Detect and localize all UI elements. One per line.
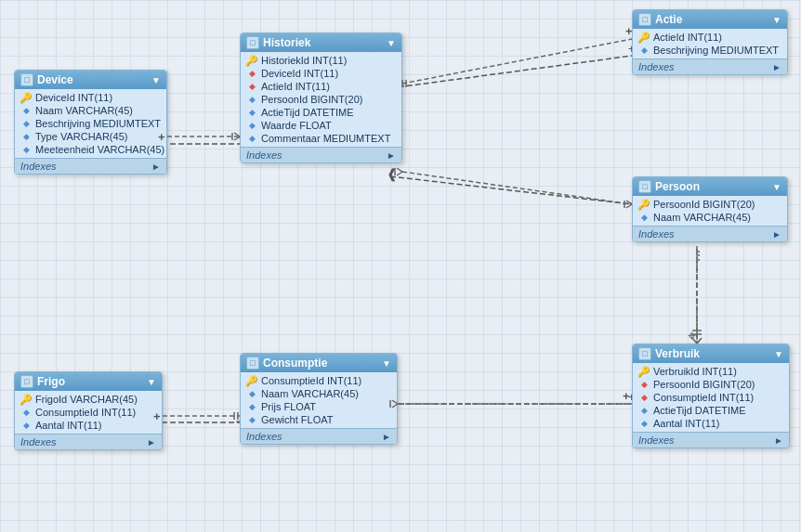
key-icon: 🔑 xyxy=(638,366,650,377)
field-row: ◆PersoonId BIGINT(20) xyxy=(633,378,789,391)
consumptie-fields: 🔑ConsumptieId INT(11) ◆Naam VARCHAR(45) … xyxy=(241,372,397,428)
diamond-icon: ◆ xyxy=(246,94,257,105)
device-fields: 🔑DeviceId INT(11) ◆Naam VARCHAR(45) ◆Bes… xyxy=(15,89,166,158)
table-device-header: □ Device ▼ xyxy=(15,71,166,89)
table-consumptie-header: □ Consumptie ▼ xyxy=(241,354,397,372)
table-historiek[interactable]: □ Historiek ▼ 🔑HistoriekId INT(11) ◆Devi… xyxy=(240,32,402,163)
table-actie-header: □ Actie ▼ xyxy=(633,10,787,29)
table-frigo-header: □ Frigo ▼ xyxy=(15,372,162,391)
table-persoon-header: □ Persoon ▼ xyxy=(633,177,787,196)
key-icon: 🔑 xyxy=(246,375,257,386)
actie-title: Actie xyxy=(655,13,682,26)
field-row: ◆ActieTijd DATETIME xyxy=(633,404,789,417)
table-frigo[interactable]: □ Frigo ▼ 🔑FrigoId VARCHAR(45) ◆Consumpt… xyxy=(14,371,163,450)
table-consumptie[interactable]: □ Consumptie ▼ 🔑ConsumptieId INT(11) ◆Na… xyxy=(240,353,398,445)
key-icon: 🔑 xyxy=(20,92,32,103)
field-row: ◆ConsumptieId INT(11) xyxy=(15,406,162,419)
field-row: ◆Naam VARCHAR(45) xyxy=(241,387,397,400)
historiek-title: Historiek xyxy=(263,36,310,49)
table-verbruik-header: □ Verbruik ▼ xyxy=(633,344,789,363)
indexes-arrow: ► xyxy=(147,437,156,448)
device-indexes[interactable]: Indexes ► xyxy=(15,158,166,174)
actie-dropdown[interactable]: ▼ xyxy=(772,15,781,25)
field-row: 🔑DeviceId INT(11) xyxy=(15,91,166,104)
field-row: ◆Prijs FLOAT xyxy=(241,400,397,413)
table-device[interactable]: □ Device ▼ 🔑DeviceId INT(11) ◆Naam VARCH… xyxy=(14,70,167,175)
diagram-canvas: + ❰ + ❰ ⎯ ⋮ ⌖ + ⎯ ❰ + □ Device ▼ 🔑Device… xyxy=(0,0,801,532)
frigo-dropdown[interactable]: ▼ xyxy=(147,377,156,387)
svg-text:⌖: ⌖ xyxy=(688,328,696,344)
indexes-arrow: ► xyxy=(774,435,783,446)
field-row: ◆Gewicht FLOAT xyxy=(241,413,397,426)
verbruik-fields: 🔑VerbruikId INT(11) ◆PersoonId BIGINT(20… xyxy=(633,363,789,432)
device-dropdown[interactable]: ▼ xyxy=(151,75,161,85)
diamond-icon: ◆ xyxy=(638,418,650,429)
diamond-icon: ◆ xyxy=(246,388,257,399)
field-row: ◆ConsumptieId INT(11) xyxy=(633,391,789,404)
actie-indexes[interactable]: Indexes ► xyxy=(633,58,787,74)
historiek-indexes[interactable]: Indexes ► xyxy=(241,147,401,162)
svg-line-28 xyxy=(397,172,402,175)
key-icon: 🔑 xyxy=(20,394,32,405)
frigo-indexes[interactable]: Indexes ► xyxy=(15,434,162,449)
svg-line-22 xyxy=(402,39,632,84)
svg-line-5 xyxy=(390,176,632,204)
table-verbruik[interactable]: □ Verbruik ▼ 🔑VerbruikId INT(11) ◆Persoo… xyxy=(632,344,790,448)
field-row: ◆Naam VARCHAR(45) xyxy=(633,211,787,224)
actie-table-icon: □ xyxy=(638,13,651,26)
diamond-icon: ◆ xyxy=(20,131,32,142)
field-row: ◆Aantal INT(11) xyxy=(633,417,789,430)
field-row: ◆ActieTijd DATETIME xyxy=(241,106,401,119)
field-row: 🔑ActieId INT(11) xyxy=(633,31,787,44)
persoon-indexes[interactable]: Indexes ► xyxy=(633,226,787,241)
field-row: ◆Naam VARCHAR(45) xyxy=(15,104,166,117)
consumptie-indexes[interactable]: Indexes ► xyxy=(241,428,397,444)
field-row: ◆Waarde FLOAT xyxy=(241,119,401,132)
table-historiek-header: □ Historiek ▼ xyxy=(241,33,401,52)
indexes-arrow: ► xyxy=(387,150,396,161)
field-row: 🔑PersoonId BIGINT(20) xyxy=(633,198,787,211)
field-row: ◆Aantal INT(11) xyxy=(15,419,162,432)
diamond-icon: ◆ xyxy=(638,212,650,223)
historiek-fields: 🔑HistoriekId INT(11) ◆DeviceId INT(11) ◆… xyxy=(241,52,401,147)
diamond-icon: ◆ xyxy=(246,401,257,412)
svg-text:❰: ❰ xyxy=(387,166,398,182)
field-row: ◆Type VARCHAR(45) xyxy=(15,130,166,143)
consumptie-dropdown[interactable]: ▼ xyxy=(382,358,391,369)
actie-fields: 🔑ActieId INT(11) ◆Beschrijving MEDIUMTEX… xyxy=(633,29,787,58)
diamond-red-icon: ◆ xyxy=(246,81,257,92)
field-row: 🔑VerbruikId INT(11) xyxy=(633,365,789,378)
field-row: 🔑ConsumptieId INT(11) xyxy=(241,374,397,387)
svg-text:⋮: ⋮ xyxy=(692,248,705,263)
diamond-icon: ◆ xyxy=(20,144,32,155)
consumptie-title: Consumptie xyxy=(263,357,327,370)
field-row: ◆ActieId INT(11) xyxy=(241,80,401,93)
historiek-dropdown[interactable]: ▼ xyxy=(387,38,396,48)
diamond-icon: ◆ xyxy=(246,120,257,131)
diamond-icon: ◆ xyxy=(638,45,650,56)
table-persoon[interactable]: □ Persoon ▼ 🔑PersoonId BIGINT(20) ◆Naam … xyxy=(632,176,788,242)
indexes-arrow: ► xyxy=(382,432,391,442)
diamond-icon: ◆ xyxy=(246,107,257,118)
persoon-title: Persoon xyxy=(655,180,700,193)
key-icon: 🔑 xyxy=(638,32,650,43)
diamond-icon: ◆ xyxy=(246,133,257,144)
field-row: ◆Commentaar MEDIUMTEXT xyxy=(241,132,401,145)
diamond-red-icon: ◆ xyxy=(638,392,650,403)
frigo-table-icon: □ xyxy=(20,375,33,388)
verbruik-indexes[interactable]: Indexes ► xyxy=(633,432,789,448)
diamond-icon: ◆ xyxy=(20,118,32,129)
frigo-fields: 🔑FrigoId VARCHAR(45) ◆ConsumptieId INT(1… xyxy=(15,391,162,434)
indexes-arrow: ► xyxy=(772,229,781,240)
field-row: ◆Meeteenheid VARCHAR(45) xyxy=(15,143,166,156)
verbruik-dropdown[interactable]: ▼ xyxy=(774,349,783,359)
field-row: ◆DeviceId INT(11) xyxy=(241,67,401,80)
historiek-table-icon: □ xyxy=(246,36,259,49)
persoon-dropdown[interactable]: ▼ xyxy=(772,182,781,192)
indexes-arrow: ► xyxy=(772,62,781,72)
table-actie[interactable]: □ Actie ▼ 🔑ActieId INT(11) ◆Beschrijving… xyxy=(632,9,788,75)
persoon-table-icon: □ xyxy=(638,180,651,193)
device-table-icon: □ xyxy=(20,73,33,86)
diamond-icon: ◆ xyxy=(246,414,257,425)
consumptie-table-icon: □ xyxy=(246,357,259,370)
